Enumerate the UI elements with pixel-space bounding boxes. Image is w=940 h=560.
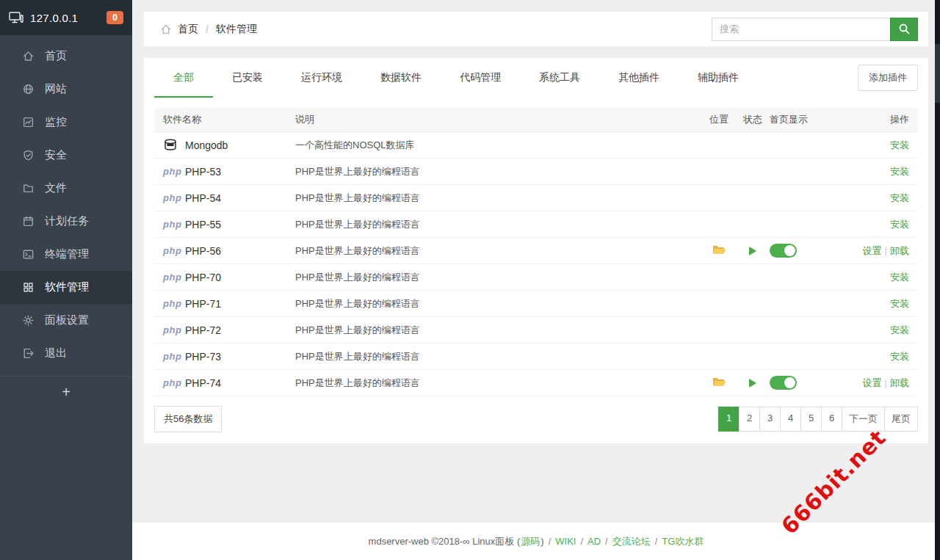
calendar-icon <box>22 215 35 228</box>
search-button[interactable] <box>890 18 918 41</box>
uninstall-link[interactable]: 卸载 <box>890 377 909 388</box>
sidebar-item-label: 监控 <box>45 115 67 129</box>
sidebar-item-website[interactable]: 网站 <box>0 73 132 106</box>
sidebar-item-security[interactable]: 安全 <box>0 139 132 172</box>
install-link[interactable]: 安装 <box>890 351 909 362</box>
install-link[interactable]: 安装 <box>890 219 909 230</box>
location-cell <box>702 377 736 390</box>
install-link[interactable]: 安装 <box>890 324 909 335</box>
home-icon <box>22 50 35 62</box>
software-name: PHP-55 <box>185 219 221 230</box>
uninstall-link[interactable]: 卸载 <box>890 245 909 256</box>
play-icon[interactable] <box>749 379 756 388</box>
notification-badge[interactable]: 0 <box>106 11 123 24</box>
sidebar-item-label: 面板设置 <box>45 313 89 327</box>
tabs-row: 全部 已安装 运行环境 数据软件 代码管理 系统工具 其他插件 辅助插件 添加插… <box>144 58 928 98</box>
action-cell: 安装 <box>828 271 909 284</box>
software-name: PHP-56 <box>185 245 221 257</box>
install-link[interactable]: 安装 <box>890 272 909 283</box>
gear-icon <box>22 314 35 327</box>
scrollbar-thumb[interactable] <box>935 44 940 103</box>
sidebar-item-logout[interactable]: 退出 <box>0 337 132 370</box>
footer: mdserver-web ©2018-∞ Linux面板 ( 源码 ) /WIK… <box>132 523 940 560</box>
home-display-toggle[interactable] <box>770 244 797 258</box>
sidebar-item-software[interactable]: 软件管理 <box>0 271 132 304</box>
tab-systools[interactable]: 系统工具 <box>520 58 599 98</box>
breadcrumb-home[interactable]: 首页 <box>178 23 198 36</box>
footer-links: /WIKI/AD/交流论坛/TG吹水群 <box>544 535 704 548</box>
tab-all[interactable]: 全部 <box>154 58 213 98</box>
home-display-toggle[interactable] <box>770 376 797 390</box>
table-row: phpPHP-54PHP是世界上最好的编程语言安装 <box>154 185 918 211</box>
sidebar-add-button[interactable]: + <box>0 377 132 407</box>
breadcrumb-current: 软件管理 <box>216 23 257 36</box>
page-button[interactable]: 6 <box>821 407 842 432</box>
install-link[interactable]: 安装 <box>890 192 909 203</box>
sidebar-item-panel-settings[interactable]: 面板设置 <box>0 304 132 337</box>
software-panel: 全部 已安装 运行环境 数据软件 代码管理 系统工具 其他插件 辅助插件 添加插… <box>144 58 928 443</box>
php-icon: php <box>163 272 185 283</box>
table-row: phpPHP-74PHP是世界上最好的编程语言设置|卸载 <box>154 370 918 396</box>
globe-icon <box>22 83 35 95</box>
settings-link[interactable]: 设置 <box>863 377 882 388</box>
tab-database[interactable]: 数据软件 <box>361 58 441 98</box>
tab-code[interactable]: 代码管理 <box>441 58 520 98</box>
sidebar-item-files[interactable]: 文件 <box>0 172 132 205</box>
scrollbar[interactable] <box>935 0 940 560</box>
add-plugin-button[interactable]: 添加插件 <box>858 65 918 91</box>
software-name: PHP-53 <box>185 166 221 178</box>
footer-separator: / <box>605 536 608 547</box>
sidebar-header: 127.0.0.1 0 <box>0 0 132 35</box>
software-name: Mongodb <box>185 139 228 151</box>
tab-installed[interactable]: 已安装 <box>213 58 282 98</box>
footer-link[interactable]: AD <box>588 536 601 547</box>
next-page-button[interactable]: 下一页 <box>842 407 885 432</box>
page-button[interactable]: 3 <box>759 407 781 432</box>
software-description: PHP是世界上最好的编程语言 <box>295 244 702 258</box>
install-link[interactable]: 安装 <box>890 298 909 309</box>
footer-link[interactable]: TG吹水群 <box>662 536 704 547</box>
install-link[interactable]: 安装 <box>890 166 909 177</box>
software-name: PHP-73 <box>185 351 221 363</box>
php-icon: php <box>163 324 185 335</box>
table-row: Mongodb一个高性能的NOSQL数据库安装 <box>154 132 918 159</box>
topbar: 首页 / 软件管理 <box>144 12 928 46</box>
footer-separator: / <box>549 536 552 547</box>
open-folder-icon[interactable] <box>712 377 726 390</box>
tab-aux-plugins[interactable]: 辅助插件 <box>679 58 758 98</box>
open-folder-icon[interactable] <box>712 244 726 258</box>
php-icon: php <box>163 298 185 309</box>
play-icon[interactable] <box>749 247 756 255</box>
search-input[interactable] <box>712 18 890 41</box>
software-name-cell: phpPHP-74 <box>163 377 295 389</box>
page-button[interactable]: 4 <box>780 407 801 432</box>
sidebar-item-label: 安全 <box>45 148 67 162</box>
sidebar-item-monitor[interactable]: 监控 <box>0 106 132 139</box>
total-count-label: 共56条数据 <box>154 406 222 432</box>
tab-other-plugins[interactable]: 其他插件 <box>599 58 679 98</box>
install-link[interactable]: 安装 <box>890 139 909 150</box>
tab-runtime[interactable]: 运行环境 <box>282 58 361 98</box>
footer-link[interactable]: WIKI <box>555 536 576 547</box>
sidebar-item-terminal[interactable]: 终端管理 <box>0 238 132 271</box>
settings-link[interactable]: 设置 <box>863 245 882 256</box>
breadcrumb: 首页 / 软件管理 <box>154 23 257 36</box>
sidebar-item-cron[interactable]: 计划任务 <box>0 205 132 238</box>
search-icon <box>898 23 911 35</box>
footer-link[interactable]: 交流论坛 <box>612 536 651 547</box>
last-page-button[interactable]: 尾页 <box>884 407 918 432</box>
php-icon: php <box>163 377 185 388</box>
page-button[interactable]: 5 <box>800 407 822 432</box>
folder-icon <box>22 182 35 194</box>
footer-source-link[interactable]: 源码 <box>521 535 540 548</box>
page-button[interactable]: 1 <box>718 407 740 432</box>
software-description: PHP是世界上最好的编程语言 <box>295 377 702 390</box>
software-name-cell: phpPHP-53 <box>163 166 295 178</box>
software-name: PHP-72 <box>185 324 221 336</box>
footer-separator: / <box>580 536 583 547</box>
action-cell: 安装 <box>828 139 909 152</box>
software-name-cell: phpPHP-70 <box>163 272 295 283</box>
action-cell: 安装 <box>828 218 909 231</box>
sidebar-item-home[interactable]: 首页 <box>0 40 132 73</box>
page-button[interactable]: 2 <box>739 407 760 432</box>
